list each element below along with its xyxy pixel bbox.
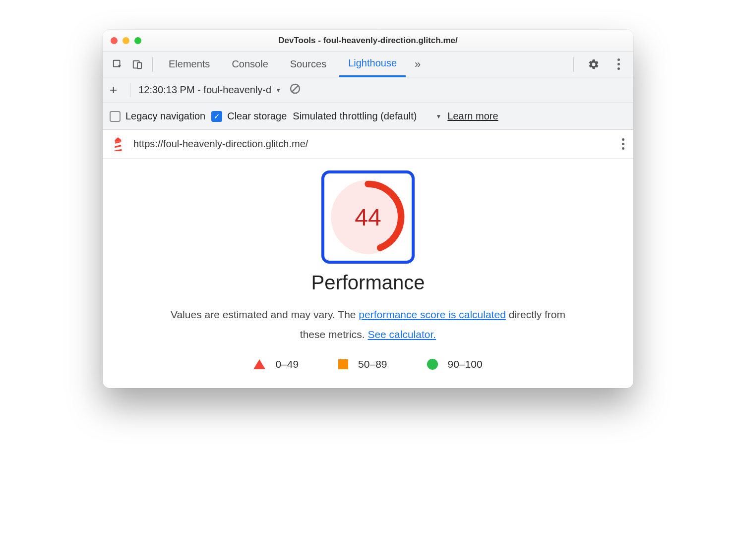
more-menu-icon[interactable]: [611, 56, 626, 72]
tab-lighthouse[interactable]: Lighthouse: [339, 52, 406, 77]
device-toggle-icon[interactable]: [129, 56, 145, 72]
legacy-navigation-checkbox[interactable]: [110, 111, 121, 122]
throttling-label: Simulated throttling (default): [293, 111, 417, 122]
legend-pass: 90–100: [427, 358, 483, 370]
svg-line-4: [292, 86, 298, 92]
score-description: Values are estimated and may vary. The p…: [160, 305, 576, 344]
traffic-lights: [111, 37, 141, 44]
score-gauge-highlight: 44: [321, 170, 415, 264]
lighthouse-options: Legacy navigation ✓ Clear storage Simula…: [103, 103, 633, 130]
chevron-down-icon: ▼: [275, 87, 281, 94]
toolbar-separator: [573, 57, 574, 72]
close-window-button[interactable]: [111, 37, 118, 44]
performance-score-gauge[interactable]: 44: [328, 177, 408, 257]
tab-elements[interactable]: Elements: [160, 52, 219, 77]
circle-green-icon: [427, 359, 438, 370]
maximize-window-button[interactable]: [134, 37, 141, 44]
subbar-separator: [130, 83, 130, 97]
clear-storage-label: Clear storage: [227, 111, 287, 122]
performance-category-label: Performance: [103, 272, 633, 294]
inspect-element-icon[interactable]: [110, 56, 125, 72]
tab-console[interactable]: Console: [223, 52, 277, 77]
lighthouse-report: 44 Performance Values are estimated and …: [103, 159, 633, 388]
legend-range-average: 50–89: [358, 358, 387, 370]
report-url-row: https://foul-heavenly-direction.glitch.m…: [103, 130, 633, 159]
clear-storage-option[interactable]: ✓ Clear storage: [211, 111, 287, 122]
devtools-window: DevTools - foul-heavenly-direction.glitc…: [103, 30, 633, 388]
throttling-selector[interactable]: Simulated throttling (default) ▼: [293, 111, 441, 122]
report-url: https://foul-heavenly-direction.glitch.m…: [133, 138, 613, 150]
clear-button[interactable]: [289, 83, 301, 97]
lighthouse-subbar: + 12:30:13 PM - foul-heavenly-d ▼: [103, 77, 633, 103]
more-tabs-icon[interactable]: »: [410, 56, 426, 72]
svg-rect-2: [137, 62, 141, 68]
report-selector[interactable]: 12:30:13 PM - foul-heavenly-d ▼: [138, 84, 281, 96]
report-selector-label: 12:30:13 PM - foul-heavenly-d: [138, 84, 271, 96]
chevron-down-icon: ▼: [435, 113, 441, 120]
minimize-window-button[interactable]: [123, 37, 129, 44]
report-menu-button[interactable]: [622, 138, 624, 150]
legacy-navigation-option[interactable]: Legacy navigation: [110, 111, 205, 122]
calculator-link[interactable]: See calculator.: [368, 329, 436, 340]
toolbar-separator: [152, 57, 153, 72]
lighthouse-icon: [112, 137, 124, 152]
settings-gear-icon[interactable]: [586, 56, 602, 72]
score-legend: 0–49 50–89 90–100: [103, 358, 633, 370]
tab-sources[interactable]: Sources: [281, 52, 335, 77]
window-title: DevTools - foul-heavenly-direction.glitc…: [103, 36, 633, 46]
legend-average: 50–89: [338, 358, 387, 370]
learn-more-link[interactable]: Learn more: [447, 111, 498, 122]
titlebar: DevTools - foul-heavenly-direction.glitc…: [103, 30, 633, 52]
legend-range-fail: 0–49: [275, 358, 299, 370]
new-report-button[interactable]: +: [110, 82, 122, 98]
main-toolbar: Elements Console Sources Lighthouse »: [103, 52, 633, 77]
desc-text: Values are estimated and may vary. The: [171, 309, 359, 320]
legend-fail: 0–49: [253, 358, 299, 370]
score-calculation-link[interactable]: performance score is calculated: [359, 309, 505, 320]
legend-range-pass: 90–100: [448, 358, 483, 370]
square-orange-icon: [338, 359, 348, 369]
clear-storage-checkbox[interactable]: ✓: [211, 111, 222, 122]
triangle-red-icon: [253, 359, 265, 369]
legacy-navigation-label: Legacy navigation: [125, 111, 205, 122]
performance-score-value: 44: [328, 204, 408, 231]
